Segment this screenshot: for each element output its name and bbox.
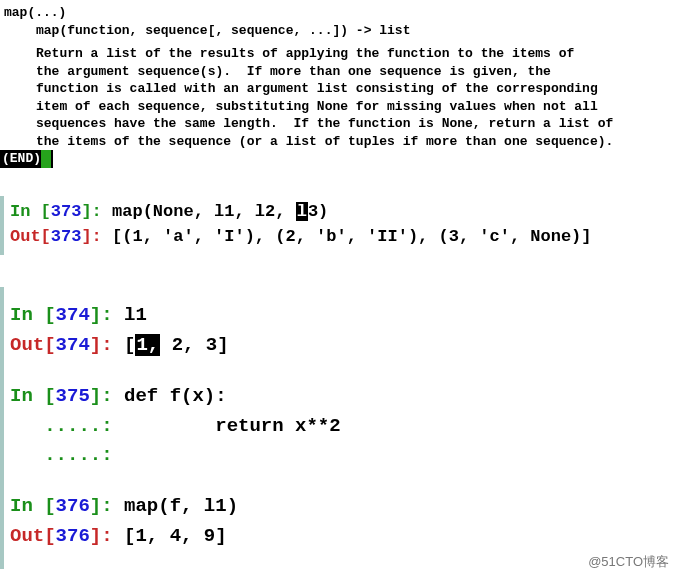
help-docstring: map(...) map(function, sequence[, sequen… [0,0,679,150]
cont-375-2: .....: [10,441,669,470]
doc-signature: map(...) [4,4,675,22]
out-376: Out[376]: [1, 4, 9] [10,522,669,551]
ipython-block-374-376: In [374]: l1 Out[374]: [1, 2, 3] In [375… [0,287,679,569]
out-374: Out[374]: [1, 2, 3] [10,331,669,360]
in-375: In [375]: def f(x): [10,382,669,411]
in-374: In [374]: l1 [10,301,669,330]
ipython-cell-373: In [373]: map(None, l1, l2, l3) Out[373]… [0,196,679,255]
cont-375-1: .....: return x**2 [10,412,669,441]
out-373: Out[373]: [(1, 'a', 'I'), (2, 'b', 'II')… [10,225,669,250]
pager-end-marker: (END)_ [0,150,679,168]
doc-prototype: map(function, sequence[, sequence, ...])… [4,22,675,40]
watermark: @51CTO博客 [584,551,673,573]
doc-paragraph: Return a list of the results of applying… [4,45,675,150]
in-373: In [373]: map(None, l1, l2, l3) [10,200,669,225]
in-376: In [376]: map(f, l1) [10,492,669,521]
